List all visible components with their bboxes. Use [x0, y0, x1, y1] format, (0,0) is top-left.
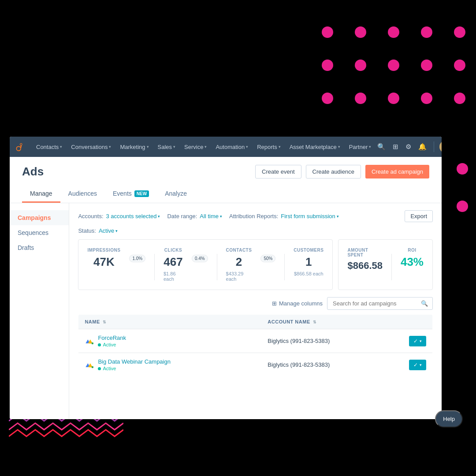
chevron-down-icon: ▾	[205, 145, 207, 149]
nav-item-service[interactable]: Service ▾	[180, 137, 211, 157]
account-name-column-header: ACCOUNT NAME ⇅	[261, 315, 432, 329]
main-content: Campaigns Sequences Drafts Accounts: 3 a…	[10, 203, 442, 419]
campaign-account-cell: Biglytics (991-823-5383) ✓ ▾	[261, 329, 432, 353]
campaigns-table: NAME ⇅ ACCOUNT NAME ⇅	[78, 314, 433, 377]
dot	[388, 26, 399, 38]
campaign-name-link[interactable]: ForceRank	[98, 335, 126, 341]
contacts-sub: $433.29 each	[226, 271, 252, 282]
search-icon[interactable]: 🔍	[376, 141, 387, 152]
chevron-down-icon: ▾	[420, 363, 422, 367]
metric-divider	[391, 254, 392, 280]
amount-spent-metric: AMOUNT SPENT $866.58	[347, 248, 383, 271]
google-ads-icon	[85, 360, 94, 370]
accounts-value[interactable]: 3 accounts selected ▾	[106, 213, 160, 219]
manage-columns-button[interactable]: ⊞ Manage columns	[272, 300, 323, 307]
impressions-metric: IMPRESSIONS 47K	[87, 248, 120, 269]
sidebar-item-campaigns[interactable]: Campaigns	[10, 210, 69, 225]
campaign-toggle-button[interactable]: ✓ ▾	[409, 360, 426, 370]
campaign-name-link[interactable]: Big Data Webinar Campaign	[98, 358, 171, 365]
dot	[421, 26, 432, 38]
chevron-down-icon: ▾	[246, 145, 248, 149]
accounts-filter: Accounts: 3 accounts selected ▾	[78, 213, 160, 219]
nav-item-conversations[interactable]: Conversations ▾	[67, 137, 115, 157]
amount-spent-value: $866.58	[347, 260, 383, 271]
nav-items: Contacts ▾ Conversations ▾ Marketing ▾ S…	[32, 137, 376, 157]
sidebar: Campaigns Sequences Drafts	[10, 203, 69, 419]
export-button[interactable]: Export	[405, 210, 433, 222]
nav-item-automation[interactable]: Automation ▾	[211, 137, 253, 157]
dot	[454, 60, 465, 71]
nav-right: 🔍 ⊞ ⚙ 🔔 👤 ▾	[376, 141, 442, 153]
roi-label: ROI	[408, 248, 416, 253]
tabs: Manage Audiences Events NEW Analyze	[22, 186, 429, 203]
name-column-header: NAME ⇅	[78, 315, 261, 329]
clicks-pct-badge: 0.4%	[192, 255, 208, 262]
status-dot	[98, 343, 101, 346]
clicks-label: CLICKS	[164, 248, 182, 253]
table-toolbar: ⊞ Manage columns 🔍	[78, 297, 433, 310]
tab-manage[interactable]: Manage	[22, 186, 60, 203]
contacts-value: 2	[236, 255, 242, 269]
sidebar-item-drafts[interactable]: Drafts	[10, 240, 69, 255]
help-button[interactable]: Help	[435, 410, 463, 428]
chevron-down-icon: ▾	[147, 145, 149, 149]
customers-sub: $866.58 each	[294, 271, 324, 276]
notifications-icon[interactable]: 🔔	[416, 141, 428, 152]
grid-icon[interactable]: ⊞	[391, 141, 400, 152]
chevron-down-icon: ▾	[173, 145, 175, 149]
date-range-value[interactable]: All time ▾	[200, 213, 222, 219]
create-audience-button[interactable]: Create audience	[306, 165, 361, 178]
amount-spent-label: AMOUNT SPENT	[347, 248, 383, 257]
nav-item-reports[interactable]: Reports ▾	[253, 137, 285, 157]
table-row: Big Data Webinar Campaign Active	[78, 353, 433, 377]
settings-icon[interactable]: ⚙	[404, 141, 413, 152]
create-event-button[interactable]: Create event	[255, 165, 301, 178]
dot	[355, 26, 366, 38]
search-input[interactable]	[333, 300, 417, 307]
chevron-down-icon: ▾	[109, 145, 111, 149]
dot	[454, 26, 465, 38]
chevron-down-icon: ▾	[338, 145, 340, 149]
nav-item-marketing[interactable]: Marketing ▾	[115, 137, 153, 157]
stats-row: IMPRESSIONS 47K 1.0% CLICKS 467 $1.86 ea…	[78, 239, 433, 290]
dot	[388, 93, 399, 104]
tab-analyze[interactable]: Analyze	[157, 186, 195, 203]
attribution-value[interactable]: First form submission ▾	[281, 213, 339, 219]
nav-item-partner[interactable]: Partner ▾	[345, 137, 376, 157]
status-value[interactable]: Active ▾	[99, 227, 118, 234]
contacts-metric: CONTACTS 2 $433.29 each	[226, 248, 252, 282]
side-dot-top	[457, 163, 468, 175]
status-dot	[98, 367, 101, 370]
dot	[421, 93, 432, 104]
campaign-name-cell: ForceRank Active	[78, 329, 261, 353]
dot	[322, 93, 333, 104]
ads-actions: Create event Create audience Create ad c…	[255, 165, 429, 178]
filters-bar: Accounts: 3 accounts selected ▾ Date ran…	[78, 210, 433, 222]
nav-item-sales[interactable]: Sales ▾	[153, 137, 180, 157]
tab-audiences[interactable]: Audiences	[60, 186, 105, 203]
campaign-name-cell: Big Data Webinar Campaign Active	[78, 353, 261, 377]
page-title: Ads	[22, 165, 44, 178]
sidebar-item-sequences[interactable]: Sequences	[10, 225, 69, 240]
svg-point-1	[20, 144, 22, 145]
avatar[interactable]: 👤	[439, 141, 442, 153]
nav-item-asset-marketplace[interactable]: Asset Marketplace ▾	[285, 137, 345, 157]
google-ads-icon	[85, 336, 94, 346]
tab-events[interactable]: Events NEW	[105, 186, 157, 203]
side-dot-bottom	[457, 201, 468, 212]
impressions-value: 47K	[93, 255, 115, 269]
nav-item-contacts[interactable]: Contacts ▾	[32, 137, 67, 157]
date-range-filter: Date range: All time ▾	[167, 213, 222, 219]
svg-point-6	[92, 366, 94, 368]
metric-divider	[217, 254, 217, 280]
dot	[388, 60, 399, 71]
hubspot-logo[interactable]	[15, 142, 25, 152]
search-campaigns-input[interactable]: 🔍	[327, 297, 433, 310]
main-stats-card: IMPRESSIONS 47K 1.0% CLICKS 467 $1.86 ea…	[78, 239, 333, 290]
impressions-label: IMPRESSIONS	[87, 248, 120, 253]
create-ad-campaign-button[interactable]: Create ad campaign	[365, 165, 429, 178]
customers-value: 1	[305, 255, 312, 269]
dot	[454, 93, 465, 104]
attribution-filter: Attribution Reports: First form submissi…	[229, 213, 339, 219]
campaign-toggle-button[interactable]: ✓ ▾	[409, 336, 426, 346]
